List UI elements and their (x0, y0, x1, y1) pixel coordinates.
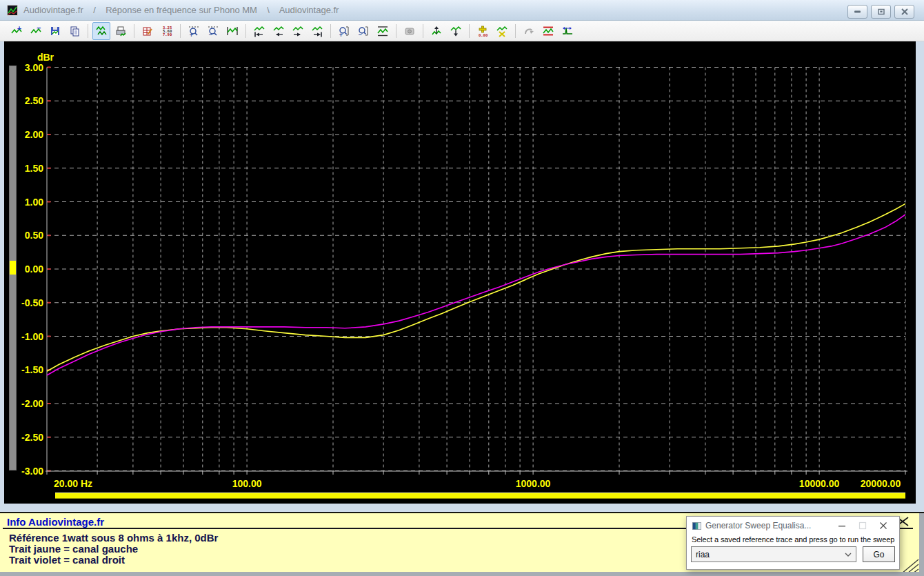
dialog-title-bar[interactable]: Generator Sweep Equalisa... (687, 517, 899, 535)
scroll-left-end-button[interactable] (250, 22, 268, 40)
print-graph-button[interactable] (112, 22, 130, 40)
info-panel-title: Info Audiovintage.fr (7, 516, 104, 528)
dialog-message: Select a saved reference trace and press… (687, 535, 899, 544)
display-graph-button[interactable] (92, 22, 110, 40)
title-bar[interactable]: Audiovintage.fr / Réponse en fréquence s… (0, 0, 924, 21)
dialog-close-button[interactable] (873, 519, 894, 532)
level-meter-marker (10, 261, 16, 275)
dialog-close-icon (879, 522, 887, 530)
zoom-x-out-button[interactable]: − (204, 22, 222, 40)
dialog-app-icon (692, 522, 701, 530)
toolbar-separator (423, 24, 423, 38)
toolbar-separator (180, 24, 181, 38)
frequency-response-chart: dBr3.002.502.001.501.000.500.00-0.50-1.0… (4, 41, 916, 504)
dialog-maximize-button (852, 519, 873, 532)
info-line-yellow-trace: Trait jaune = canal gauche (9, 543, 138, 555)
fit-x-button[interactable] (223, 22, 241, 40)
zoom-y-out-icon: − (357, 25, 370, 37)
zoom-x-in-button[interactable]: + (185, 22, 203, 40)
svg-text:−: − (359, 31, 362, 37)
info-panel: Info Audiovintage.fr Référence 1watt sou… (0, 512, 924, 576)
combobox-value: riaa (696, 550, 845, 559)
reference-trace-combobox[interactable]: riaa (691, 546, 856, 562)
hand-tool-icon (403, 25, 416, 37)
level-meter (9, 66, 17, 470)
scroll-right-icon (292, 25, 304, 37)
close-button[interactable] (894, 5, 914, 19)
panel-frame-bottom (0, 572, 924, 576)
x-axis-label: 20.00 Hz (54, 479, 92, 488)
svg-text:−: − (209, 32, 212, 37)
window-title: Audiovintage.fr / Réponse en fréquence s… (23, 5, 339, 15)
info-line-reference: Référence 1watt sous 8 ohms à 1khz, 0dBr (9, 532, 218, 544)
scroll-left-button[interactable] (270, 22, 288, 40)
toolbar-separator (469, 24, 470, 38)
window-controls (847, 5, 914, 19)
impulse-align-button[interactable] (559, 22, 576, 40)
svg-text:−: − (37, 25, 41, 32)
chart-frame: dBr3.002.502.001.501.000.500.00-0.50-1.0… (0, 41, 924, 512)
print-graph-icon (114, 25, 127, 37)
trace-canal-gauche (47, 203, 905, 371)
toolbar-separator (330, 24, 331, 38)
frequency-scrollbar[interactable] (55, 493, 905, 499)
limits-button[interactable] (539, 22, 557, 40)
x-axis-label: 1000.00 (516, 479, 551, 488)
scroll-right-end-button[interactable] (308, 22, 326, 40)
edit-values-table-button[interactable] (139, 22, 157, 40)
expand-down-button[interactable] (447, 22, 465, 40)
expand-up-icon (430, 25, 443, 37)
restore-icon (877, 8, 885, 15)
copy-graph-button[interactable] (66, 22, 83, 40)
display-graph-icon (95, 25, 108, 37)
scroll-right-end-icon (311, 25, 323, 37)
dialog-maximize-icon (858, 522, 867, 530)
panel-frame-right (919, 513, 924, 576)
wave-minus-button[interactable]: − (27, 22, 45, 40)
wave-plus-button[interactable]: + (8, 22, 26, 40)
values-list-button[interactable]: 3.255.607.90 (158, 22, 176, 40)
dialog-title: Generator Sweep Equalisa... (705, 521, 832, 530)
expand-down-icon (450, 25, 462, 37)
zoom-y-out-button[interactable]: − (354, 22, 372, 40)
transfer-icon (523, 25, 535, 37)
info-line-violet-trace: Trait violet = canal droit (9, 554, 125, 566)
scroll-left-end-icon (253, 25, 265, 37)
svg-text:+: + (17, 25, 21, 32)
trace-canal-droit (47, 215, 905, 375)
y-axis-unit-label: dBr (18, 52, 54, 62)
wave-plus-icon: + (10, 25, 23, 37)
hand-tool-button (401, 22, 419, 40)
close-icon (901, 8, 909, 15)
marker-add-button[interactable]: 0.00 (474, 22, 492, 40)
x-axis-label: 20000.00 (861, 479, 901, 488)
fit-y-button[interactable] (374, 22, 392, 40)
values-list-icon: 3.255.607.90 (161, 25, 173, 37)
restore-button[interactable] (871, 5, 891, 19)
marker-add-icon: 0.00 (476, 25, 489, 37)
toolbar-separator (245, 24, 246, 38)
scroll-left-icon (272, 25, 285, 37)
minimize-button[interactable] (847, 5, 867, 19)
zoom-y-in-icon: + (338, 25, 350, 37)
toolbar-separator (396, 24, 396, 38)
expand-up-button[interactable] (428, 22, 445, 40)
scroll-right-button[interactable] (289, 22, 307, 40)
dialog-minimize-icon (838, 522, 846, 530)
zoom-x-in-icon: + (188, 25, 200, 37)
x-axis-label: 10000.00 (799, 479, 839, 488)
toolbar-separator (515, 24, 516, 38)
edit-values-table-icon (141, 25, 154, 37)
fit-x-icon (226, 25, 239, 37)
go-button[interactable]: Go (863, 546, 895, 562)
minimize-icon (854, 8, 862, 15)
generator-sweep-dialog: Generator Sweep Equalisa... Select a sav… (686, 516, 900, 570)
svg-text:0.00: 0.00 (479, 33, 488, 37)
save-graph-button[interactable] (46, 22, 64, 40)
go-button-label: Go (873, 550, 884, 559)
dialog-minimize-button[interactable] (832, 519, 852, 532)
marker-remove-button[interactable] (493, 22, 511, 40)
toolbar-separator (88, 24, 88, 38)
zoom-y-in-button[interactable]: + (335, 22, 353, 40)
x-axis-label: 100.00 (232, 479, 262, 488)
